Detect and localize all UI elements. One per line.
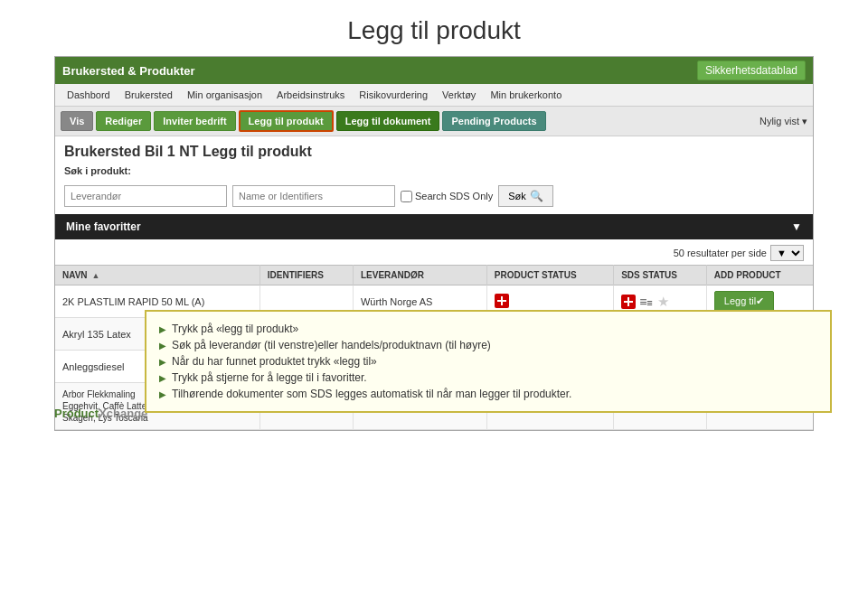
nav-bar: Dashbord Brukersted Min organisasjon Arb… <box>55 84 813 107</box>
sds-red-cross-icon <box>621 295 636 309</box>
nav-brukersted[interactable]: Brukersted <box>118 87 179 103</box>
col-sds-status: SDS STATUS <box>614 266 707 285</box>
nav-verktoy[interactable]: Verktøy <box>436 87 482 103</box>
nav-min-brukerkonto[interactable]: Min brukerkonto <box>484 87 568 103</box>
sort-arrow-navn: ▲ <box>91 271 99 280</box>
search-icon: 🔍 <box>530 190 543 202</box>
rediger-button[interactable]: Rediger <box>96 111 151 131</box>
search-button[interactable]: Søk 🔍 <box>498 185 553 207</box>
search-sds-only-label: Search SDS Only <box>401 191 493 202</box>
recently-viewed[interactable]: Nylig vist ▾ <box>760 116 807 127</box>
nav-min-organisasjon[interactable]: Min organisasjon <box>181 87 269 103</box>
info-item-2: Søk på leverandør (til venstre)eller han… <box>159 337 817 353</box>
col-navn[interactable]: NAVN ▲ <box>55 266 259 285</box>
search-sds-only-checkbox[interactable] <box>401 191 412 202</box>
legg-til-produkt-button[interactable]: Legg til produkt <box>239 110 334 132</box>
page-main-title: Legg til produkt <box>0 16 868 45</box>
favorites-title: Mine favoritter <box>66 220 141 233</box>
info-box: Trykk på «legg til produkt» Søk på lever… <box>145 310 832 413</box>
logo-xchange: Xchange <box>99 407 147 420</box>
table-header-row: NAVN ▲ IDENTIFIERS LEVERANDØR PRODUCT ST… <box>55 266 813 285</box>
inviter-bedrift-button[interactable]: Inviter bedrift <box>154 111 235 131</box>
legg-til-dokument-button[interactable]: Legg til dokument <box>336 111 440 131</box>
results-per-page-label: 50 resultater per side <box>674 248 767 258</box>
collapse-icon[interactable]: ▼ <box>791 220 802 233</box>
sds-star-icon[interactable]: ★ <box>657 294 669 310</box>
supplier-input[interactable] <box>64 185 227 207</box>
nav-risikovurdering[interactable]: Risikovurdering <box>353 87 434 103</box>
product-status-icon <box>495 294 509 308</box>
action-bar: Vis Rediger Inviter bedrift Legg til pro… <box>55 107 813 136</box>
security-datasheet-button[interactable]: Sikkerhetsdatablad <box>697 61 806 80</box>
results-per-page-row: 50 resultater per side ▼ <box>55 239 813 265</box>
col-product-status: PRODUCT STATUS <box>486 266 613 285</box>
col-leverandor: LEVERANDØR <box>353 266 486 285</box>
favorites-section-header[interactable]: Mine favoritter ▼ <box>55 214 813 239</box>
nav-arbeidsinstruks[interactable]: Arbeidsinstruks <box>270 87 351 103</box>
sds-list-icon: ≡ <box>639 295 654 309</box>
page-heading: Brukersted Bil 1 NT Legg til produkt <box>55 136 813 164</box>
col-identifiers: IDENTIFIERS <box>259 266 353 285</box>
info-item-5: Tilhørende dokumenter som SDS legges aut… <box>159 386 817 402</box>
results-per-page-select[interactable]: ▼ <box>770 245 804 261</box>
col-add-product: ADD PRODUCT <box>706 266 813 285</box>
info-item-3: Når du har funnet produktet trykk «legg … <box>159 353 817 370</box>
search-row: Search SDS Only Søk 🔍 <box>55 182 813 214</box>
logo-product: Product <box>54 407 99 420</box>
bottom-logo: ProductXchange <box>54 407 147 420</box>
pending-products-button[interactable]: Pending Products <box>442 111 545 131</box>
name-identifiers-input[interactable] <box>232 185 395 207</box>
search-label: Søk i produkt: <box>55 164 813 182</box>
app-logo: Brukersted & Produkter <box>62 64 195 78</box>
vis-button[interactable]: Vis <box>61 111 93 131</box>
nav-dashbord[interactable]: Dashbord <box>61 87 117 103</box>
info-item-1: Trykk på «legg til produkt» <box>159 321 817 337</box>
legg-til-row1-button[interactable]: Legg til✔ <box>714 291 774 312</box>
info-item-4: Trykk på stjerne for å legge til i favor… <box>159 370 817 386</box>
